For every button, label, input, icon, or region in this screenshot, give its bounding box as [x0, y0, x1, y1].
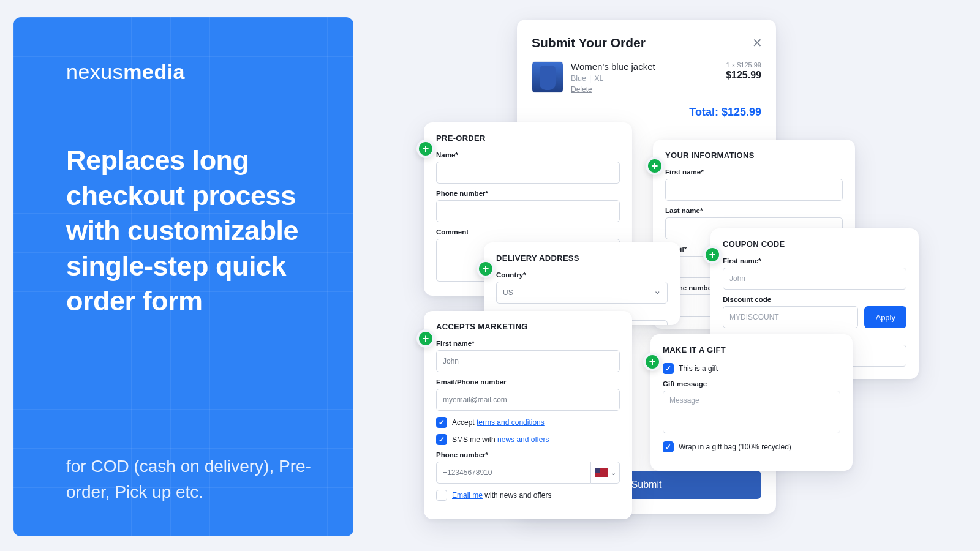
gift-wrap-row[interactable]: Wrap in a gift bag (100% recycled)	[663, 441, 840, 452]
card-title: ACCEPTS MARKETING	[436, 322, 620, 331]
plus-icon[interactable]: +	[477, 260, 495, 278]
phone-label: Phone number*	[436, 190, 620, 197]
chevron-down-icon: ⌄	[611, 469, 616, 477]
phone-input[interactable]	[436, 200, 620, 222]
checkbox-checked-icon[interactable]	[436, 434, 447, 445]
product-variant: Blue|XL	[571, 74, 718, 83]
card-title: YOUR INFORMATIONS	[665, 151, 843, 160]
form-canvas: ✕ Submit Your Order Women's blue jacket …	[380, 0, 980, 551]
country-label: Country*	[496, 271, 668, 279]
card-title: COUPON CODE	[723, 239, 907, 249]
card-title: MAKE IT A GIFT	[663, 345, 840, 354]
contact-input[interactable]	[436, 389, 620, 411]
checkbox-checked-icon[interactable]	[663, 441, 674, 452]
order-title: Submit Your Order	[532, 36, 761, 50]
plus-icon[interactable]: +	[417, 140, 435, 158]
cart-line: Women's blue jacket Blue|XL Delete 1 x $…	[532, 61, 761, 94]
us-flag-icon	[595, 468, 608, 477]
firstname-input[interactable]	[723, 268, 907, 290]
plus-icon[interactable]: +	[417, 329, 435, 348]
firstname-label: First name*	[723, 257, 907, 264]
brand-logo: nexusmedia	[66, 60, 319, 84]
contact-label: Email/Phone number	[436, 378, 620, 386]
plus-icon[interactable]: +	[646, 157, 664, 175]
name-input[interactable]	[436, 162, 620, 184]
product-qty: 1 x $125.99	[726, 61, 761, 69]
subline: for COD (cash on delivery), Pre-order, P…	[66, 454, 319, 505]
phone-input[interactable]	[436, 462, 591, 484]
headline: Replaces long checkout process with cust…	[66, 143, 319, 319]
gift-msg-input[interactable]	[663, 391, 840, 433]
card-title: PRE-ORDER	[436, 133, 620, 143]
accepts-marketing-card: ACCEPTS MARKETING First name* Email/Phon…	[424, 311, 632, 519]
plus-icon[interactable]: +	[643, 353, 662, 371]
country-flag-select[interactable]: ⌄	[591, 462, 620, 484]
emailme-link[interactable]: Email me	[452, 491, 483, 500]
checkbox-icon[interactable]	[436, 490, 447, 501]
promo-panel: nexusmedia Replaces long checkout proces…	[13, 17, 353, 536]
card-title: DELIVERY ADDRESS	[496, 253, 668, 263]
firstname-label: First name*	[665, 168, 843, 176]
gift-toggle-row[interactable]: This is a gift	[663, 363, 840, 374]
discount-input[interactable]	[723, 306, 858, 328]
product-name: Women's blue jacket	[571, 61, 718, 72]
accept-terms-row[interactable]: Accept terms and conditions	[436, 417, 620, 428]
gift-msg-label: Gift message	[663, 380, 840, 388]
phone-label: Phone number*	[436, 451, 620, 459]
total-line: Total: $125.99	[532, 106, 761, 119]
name-label: Name*	[436, 151, 620, 159]
product-pricing: 1 x $125.99 $125.99	[726, 61, 761, 94]
firstname-input[interactable]	[436, 350, 620, 372]
brand-bold: media	[123, 60, 185, 83]
apply-button[interactable]: Apply	[864, 306, 907, 328]
product-price: $125.99	[726, 70, 761, 81]
checkbox-checked-icon[interactable]	[436, 417, 447, 428]
lastname-label: Last name*	[665, 207, 843, 214]
product-thumbnail	[532, 61, 564, 93]
news-link[interactable]: news and offers	[497, 435, 549, 444]
firstname-input[interactable]	[665, 179, 843, 201]
checkbox-checked-icon[interactable]	[663, 363, 674, 374]
product-info: Women's blue jacket Blue|XL Delete	[571, 61, 718, 94]
emailme-row[interactable]: Email me with news and offers	[436, 490, 620, 501]
plus-icon[interactable]: +	[703, 246, 722, 264]
sms-row[interactable]: SMS me with news and offers	[436, 434, 620, 445]
country-select[interactable]	[496, 282, 668, 304]
delete-link[interactable]: Delete	[571, 85, 592, 94]
gift-card: MAKE IT A GIFT This is a gift Gift messa…	[650, 334, 853, 471]
terms-link[interactable]: terms and conditions	[477, 418, 545, 427]
brand-thin: nexus	[66, 60, 123, 83]
firstname-label: First name*	[436, 340, 620, 347]
close-icon[interactable]: ✕	[752, 36, 763, 50]
comment-label: Comment	[436, 228, 620, 236]
discount-label: Discount code	[723, 296, 907, 303]
